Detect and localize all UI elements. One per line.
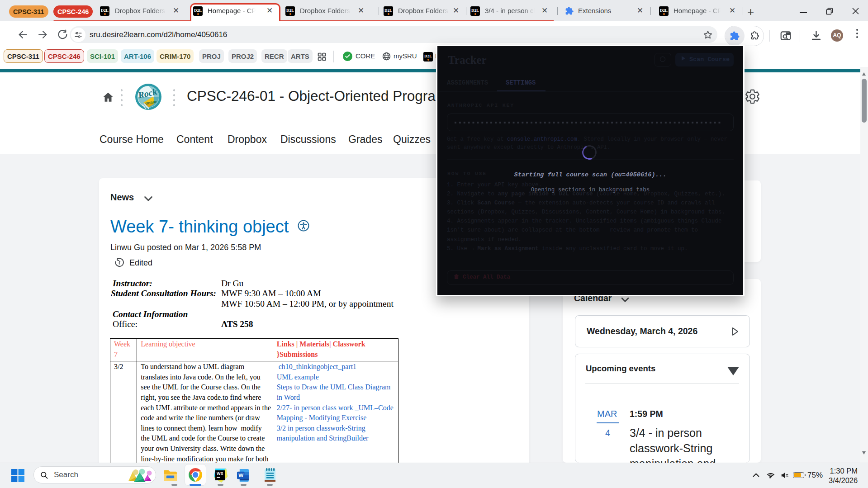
svg-text:WS: WS bbox=[217, 471, 223, 476]
svg-text:W: W bbox=[238, 472, 243, 478]
